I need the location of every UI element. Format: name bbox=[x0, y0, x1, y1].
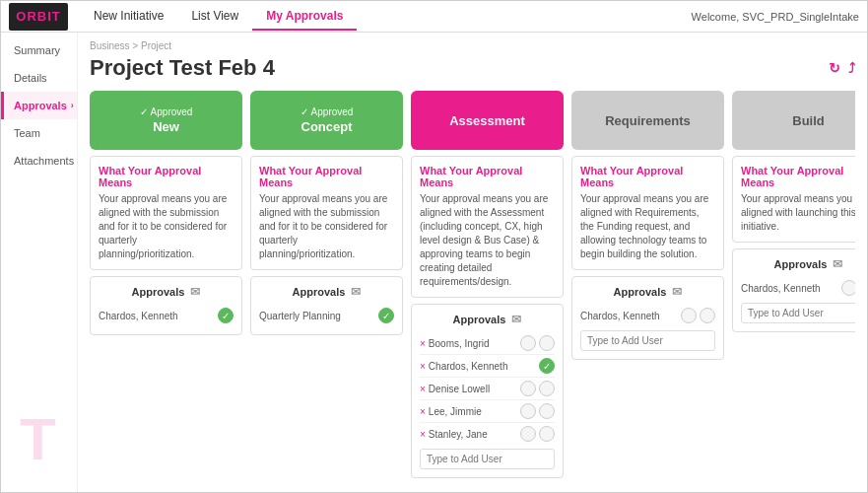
page-title-text: Project Test Feb 4 bbox=[90, 55, 275, 81]
empty-status-circle bbox=[539, 426, 555, 442]
nav-tab-my-approvals[interactable]: My Approvals bbox=[252, 3, 357, 31]
nav-tab-new-initiative[interactable]: New Initiative bbox=[80, 3, 177, 31]
approved-status-icon: ✓ bbox=[378, 308, 394, 323]
sidebar-item-summary[interactable]: Summary bbox=[1, 36, 77, 64]
title-icons: ↻ ⤴ bbox=[829, 60, 855, 76]
approver-status: ✓ bbox=[378, 308, 394, 323]
mail-icon[interactable]: ✉ bbox=[351, 285, 361, 299]
kanban-col-build: BuildWhat Your Approval MeansYour approv… bbox=[732, 91, 855, 478]
empty-status-circle bbox=[700, 308, 715, 323]
remove-approver-icon[interactable]: × bbox=[420, 429, 426, 440]
refresh-icon[interactable]: ↻ bbox=[829, 60, 840, 76]
approver-row: Quarterly Planning✓ bbox=[259, 305, 394, 326]
approval-means-card-requirements: What Your Approval MeansYour approval me… bbox=[571, 156, 724, 270]
approver-name: Stanley, Jane bbox=[429, 429, 520, 440]
approval-means-text: Your approval means you are aligned with… bbox=[259, 192, 394, 261]
approvals-label: Approvals bbox=[453, 314, 506, 325]
stage-status-new: ✓Approved bbox=[140, 106, 193, 117]
approvals-card-concept: Approvals✉Quarterly Planning✓ bbox=[250, 276, 403, 335]
approval-means-title: What Your Approval Means bbox=[741, 165, 855, 188]
breadcrumb: Business > Project bbox=[90, 40, 855, 51]
check-icon: ✓ bbox=[300, 106, 308, 117]
approver-row: Chardos, Kenneth bbox=[580, 305, 715, 326]
approvals-header: Approvals✉ bbox=[741, 257, 855, 271]
approver-status: ✓ bbox=[539, 358, 555, 374]
approval-means-text: Your approval means you are aligned with… bbox=[580, 192, 715, 261]
approval-means-card-assessment: What Your Approval MeansYour approval me… bbox=[411, 156, 564, 298]
approval-means-title: What Your Approval Means bbox=[259, 165, 394, 188]
sidebar-item-details[interactable]: Details bbox=[1, 64, 77, 92]
logo: ORBIT bbox=[9, 3, 68, 31]
approver-row: ×Booms, Ingrid bbox=[420, 332, 555, 355]
approvals-card-assessment: Approvals✉×Booms, Ingrid×Chardos, Kennet… bbox=[411, 304, 564, 478]
approver-status bbox=[841, 280, 855, 296]
approver-status bbox=[520, 426, 555, 442]
add-user-input[interactable] bbox=[420, 449, 555, 469]
empty-status-circle bbox=[539, 381, 555, 396]
kanban-board: ✓ApprovedNewWhat Your Approval MeansYour… bbox=[90, 91, 855, 478]
approver-name: Chardos, Kenneth bbox=[429, 361, 539, 372]
approver-name: Lee, Jimmie bbox=[429, 406, 520, 417]
nav-tabs: New InitiativeList ViewMy Approvals bbox=[80, 3, 357, 31]
kanban-col-requirements: RequirementsWhat Your Approval MeansYour… bbox=[571, 91, 724, 478]
approval-means-card-concept: What Your Approval MeansYour approval me… bbox=[250, 156, 403, 270]
sidebar-item-team[interactable]: Team bbox=[1, 119, 77, 147]
approver-status bbox=[520, 335, 555, 351]
empty-status-circle bbox=[681, 308, 697, 323]
mail-icon[interactable]: ✉ bbox=[672, 285, 682, 299]
empty-status-circle bbox=[539, 403, 555, 419]
stage-header-new: ✓ApprovedNew bbox=[90, 91, 242, 150]
sidebar-item-attachments[interactable]: Attachments bbox=[1, 147, 77, 175]
stage-status-label: Approved bbox=[311, 106, 354, 117]
mail-icon[interactable]: ✉ bbox=[833, 257, 842, 271]
kanban-col-concept: ✓ApprovedConceptWhat Your Approval Means… bbox=[250, 91, 403, 478]
approval-means-text: Your approval means you are aligned with… bbox=[420, 192, 555, 289]
approvals-header: Approvals✉ bbox=[580, 285, 715, 299]
approval-means-card-build: What Your Approval MeansYour approval me… bbox=[732, 156, 855, 243]
approver-name: Chardos, Kenneth bbox=[741, 283, 841, 294]
empty-status-circle bbox=[520, 426, 536, 442]
sidebar-item-approvals[interactable]: Approvals› bbox=[1, 92, 77, 119]
stage-header-concept: ✓ApprovedConcept bbox=[250, 91, 403, 150]
approver-row: ×Stanley, Jane bbox=[420, 423, 555, 445]
approver-name: Chardos, Kenneth bbox=[99, 311, 218, 321]
remove-approver-icon[interactable]: × bbox=[420, 406, 426, 417]
stage-status-concept: ✓Approved bbox=[300, 106, 354, 117]
stage-name-build: Build bbox=[792, 113, 825, 128]
approver-status bbox=[681, 308, 715, 323]
approvals-card-build: Approvals✉Chardos, Kenneth bbox=[732, 248, 855, 332]
approved-status-icon: ✓ bbox=[539, 358, 555, 374]
mail-icon[interactable]: ✉ bbox=[511, 313, 521, 326]
remove-approver-icon[interactable]: × bbox=[420, 384, 426, 394]
share-icon[interactable]: ⤴ bbox=[848, 60, 855, 76]
welcome-message: Welcome, SVC_PRD_SingleIntake bbox=[692, 11, 859, 23]
page-title-row: Project Test Feb 4 ↻ ⤴ bbox=[90, 55, 855, 81]
remove-approver-icon[interactable]: × bbox=[420, 361, 426, 372]
remove-approver-icon[interactable]: × bbox=[420, 338, 426, 349]
logo-text: ORBIT bbox=[16, 9, 60, 24]
approver-row: ×Chardos, Kenneth✓ bbox=[420, 355, 555, 378]
approvals-card-new: Approvals✉Chardos, Kenneth✓ bbox=[90, 276, 242, 335]
stage-status-label: Approved bbox=[151, 106, 193, 117]
approver-name: Denise Lowell bbox=[429, 384, 520, 394]
add-user-input[interactable] bbox=[580, 330, 715, 351]
empty-status-circle bbox=[841, 280, 855, 296]
add-user-input[interactable] bbox=[741, 303, 855, 323]
approver-name: Booms, Ingrid bbox=[429, 338, 520, 349]
approvals-label: Approvals bbox=[614, 286, 667, 298]
approval-means-text: Your approval means you are aligned with… bbox=[99, 192, 234, 261]
approvals-label: Approvals bbox=[293, 286, 346, 298]
stage-name-requirements: Requirements bbox=[605, 113, 691, 128]
approver-status bbox=[520, 381, 555, 396]
nav-tab-list-view[interactable]: List View bbox=[177, 3, 252, 31]
approved-status-icon: ✓ bbox=[218, 308, 234, 323]
approvals-card-requirements: Approvals✉Chardos, Kenneth bbox=[571, 276, 724, 360]
approval-means-card-new: What Your Approval MeansYour approval me… bbox=[90, 156, 242, 270]
approver-name: Chardos, Kenneth bbox=[580, 311, 681, 321]
approval-means-text: Your approval means you are aligned with… bbox=[741, 192, 855, 234]
stage-name-assessment: Assessment bbox=[449, 113, 525, 128]
approvals-header: Approvals✉ bbox=[420, 313, 555, 326]
mail-icon[interactable]: ✉ bbox=[190, 285, 200, 299]
stage-header-build: Build bbox=[732, 91, 855, 150]
approvals-header: Approvals✉ bbox=[259, 285, 394, 299]
